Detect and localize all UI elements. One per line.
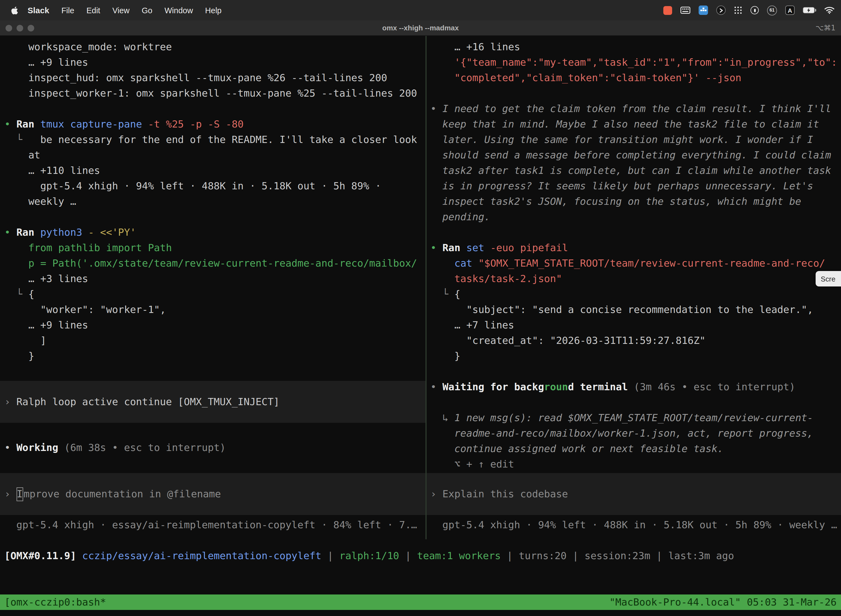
terminal-line: gpt-5.4 xhigh · essay/ai-reimplementatio… bbox=[4, 517, 425, 532]
terminal-line: inspect_worker-1: omx sparkshell --tmux-… bbox=[4, 85, 425, 101]
terminal-text-segment: Ran bbox=[16, 118, 40, 130]
terminal-text-segment: "$OMX_TEAM_STATE_ROOT/team/review-curren… bbox=[478, 257, 825, 269]
terminal-line: ↳ 1 new msg(s): read $OMX_TEAM_STATE_ROO… bbox=[431, 410, 841, 425]
terminal-text-segment: { bbox=[28, 288, 35, 300]
terminal-line: "created_at": "2026-03-31T11:59:27.816Z" bbox=[431, 333, 841, 348]
screen-recording-icon[interactable] bbox=[663, 6, 672, 15]
prompt-input-line[interactable]: › Ralph loop active continue [OMX_TMUX_I… bbox=[0, 381, 425, 423]
prompt-input-line[interactable]: › Explain this codebase bbox=[426, 473, 841, 515]
terminal-line: • Ran set -euo pipefail bbox=[431, 240, 841, 255]
terminal-line: ] bbox=[4, 333, 425, 348]
keyboard-icon[interactable] bbox=[680, 7, 690, 14]
terminal-text-segment: workspace_mode: worktree bbox=[4, 41, 172, 53]
apple-menu-icon[interactable] bbox=[11, 6, 18, 15]
tmux-status-bar: [omx-cczip0:bash* "MacBook-Pro-44.local"… bbox=[0, 594, 841, 610]
terminal-text-segment: python3 bbox=[40, 226, 88, 238]
terminal-text-segment: mprove documentation in @filename bbox=[23, 486, 221, 502]
close-button[interactable] bbox=[6, 25, 12, 31]
terminal-line: … +9 lines bbox=[4, 55, 425, 70]
menu-file[interactable]: File bbox=[55, 6, 80, 15]
battery-percent-icon[interactable]: 61 bbox=[767, 5, 777, 15]
docker-icon[interactable] bbox=[699, 6, 708, 15]
terminal-text-segment: › bbox=[4, 394, 16, 409]
terminal-text-segment: readme-and-reco/mailbox/worker-1.json, a… bbox=[431, 427, 813, 439]
terminal-text-segment: … +9 lines bbox=[4, 319, 88, 331]
terminal-line bbox=[431, 395, 841, 410]
terminal-text-segment: ] bbox=[4, 334, 46, 346]
terminal-line: is in progress? It seems likely but perh… bbox=[431, 178, 841, 194]
terminal-line: } bbox=[4, 348, 425, 364]
terminal-text-segment: tasks/task-2.json" bbox=[431, 273, 562, 284]
minimize-button[interactable] bbox=[16, 25, 23, 31]
terminal-line: later. Using the same for transition mig… bbox=[431, 132, 841, 147]
terminal-text-segment: from pathlib import Path bbox=[4, 242, 172, 253]
terminal-line: … +9 lines bbox=[4, 317, 425, 333]
terminal-text-segment: } bbox=[431, 350, 460, 362]
menu-edit[interactable]: Edit bbox=[80, 6, 106, 15]
terminal-text-segment: | bbox=[501, 550, 519, 561]
terminal-line: gpt-5.4 xhigh · 94% left · 488K in · 5.1… bbox=[431, 517, 841, 532]
terminal-line: keep that in mind. Maybe I also need the… bbox=[431, 116, 841, 132]
terminal-line: tasks/task-2.json" bbox=[431, 271, 841, 286]
terminal-text-segment: | bbox=[567, 550, 585, 561]
menu-window[interactable]: Window bbox=[158, 6, 199, 15]
input-source-icon[interactable]: A bbox=[785, 6, 795, 15]
terminal-app-icon[interactable] bbox=[716, 6, 726, 15]
terminal-text-segment: { bbox=[454, 288, 460, 300]
terminal-line: • Waiting for background terminal (3m 46… bbox=[431, 379, 841, 395]
terminal-text-segment: I bbox=[16, 487, 23, 501]
terminal-line: ⌥ + ↑ edit bbox=[431, 456, 841, 472]
terminal-text-segment: "created_at": "2026-03-31T11:59:27.816Z" bbox=[431, 334, 706, 346]
terminal-text-segment bbox=[431, 257, 454, 269]
terminal-text-segment: pending. bbox=[431, 211, 490, 223]
terminal-text-segment: [OMX#0.11.9] bbox=[4, 550, 82, 561]
terminal-text-segment: be necessary for the end of the README. … bbox=[40, 133, 417, 145]
window-title-bar[interactable]: omx --xhigh --madmax ⌥⌘1 bbox=[0, 21, 841, 36]
terminal-text-segment: … +3 lines bbox=[4, 273, 88, 284]
prompt-input-line[interactable]: › Improve documentation in @filename bbox=[0, 473, 425, 515]
terminal-text-segment: Working bbox=[16, 441, 64, 453]
app-grid-icon[interactable] bbox=[734, 6, 742, 14]
terminal-text-segment: … +7 lines bbox=[431, 319, 514, 331]
right-terminal-pane[interactable]: … +16 lines '{"team_name":"my-team","tas… bbox=[425, 36, 841, 539]
terminal-line: … +110 lines bbox=[4, 163, 425, 178]
terminal-text-segment: Ran bbox=[16, 226, 40, 238]
menu-go[interactable]: Go bbox=[136, 6, 159, 15]
password-manager-icon[interactable] bbox=[750, 6, 759, 14]
terminal-line: readme-and-reco/mailbox/worker-1.json, a… bbox=[431, 425, 841, 441]
terminal-line: • Ran tmux capture-pane -t %25 -p -S -80 bbox=[4, 116, 425, 132]
tmux-host-clock: "MacBook-Pro-44.local" 05:03 31-Mar-26 bbox=[609, 594, 837, 610]
terminal-text-segment: inspect_worker-1: omx sparkshell --tmux-… bbox=[4, 87, 417, 99]
terminal-line: gpt-5.4 xhigh · 94% left · 488K in · 5.1… bbox=[4, 178, 425, 194]
terminal-text-segment: team:1 workers bbox=[417, 550, 501, 561]
terminal-text-segment: later. Using the same for transition mig… bbox=[431, 133, 813, 145]
terminal-line: └ be necessary for the end of the README… bbox=[4, 132, 425, 147]
menu-view[interactable]: View bbox=[106, 6, 135, 15]
terminal-text-segment: ralph:1/10 bbox=[339, 550, 399, 561]
left-terminal-pane[interactable]: workspace_mode: worktree … +9 lines insp… bbox=[0, 36, 425, 539]
active-app-menu[interactable]: Slack bbox=[22, 6, 55, 15]
terminal-line: "worker": "worker-1", bbox=[4, 302, 425, 317]
battery-charging-icon[interactable] bbox=[803, 7, 816, 13]
wifi-icon[interactable] bbox=[825, 7, 834, 14]
terminal-line: inspect task2's JSON, focusing on the st… bbox=[431, 194, 841, 209]
terminal-text-segment: | bbox=[399, 550, 417, 561]
terminal-text-segment: task2 after task1 is complete, but can I… bbox=[431, 164, 831, 176]
terminal-text-segment: inspect task2's JSON, focusing on the st… bbox=[431, 195, 801, 207]
terminal-text-segment: keep that in mind. Maybe I also need the… bbox=[431, 118, 819, 130]
terminal-text-segment: (6m 38s • esc to interrupt) bbox=[64, 441, 226, 453]
terminal-line: at bbox=[4, 147, 425, 163]
omx-status-line: [OMX#0.11.9] cczip/essay/ai-reimplementa… bbox=[0, 548, 841, 563]
terminal-line: cat "$OMX_TEAM_STATE_ROOT/team/review-cu… bbox=[431, 255, 841, 271]
zoom-button[interactable] bbox=[28, 25, 34, 31]
terminal-text-segment: '{"team_name":"my-team","task_id":"1","f… bbox=[431, 56, 837, 68]
terminal-line: } bbox=[431, 348, 841, 364]
terminal-text-segment: Explain this codebase bbox=[442, 486, 568, 502]
terminal-text-segment: Ralph loop active continue [OMX_TMUX_INJ… bbox=[16, 394, 280, 409]
terminal-text-segment: cat bbox=[454, 257, 478, 269]
terminal-line: pending. bbox=[431, 209, 841, 224]
terminal-line: "subject": "send a concise recommendatio… bbox=[431, 302, 841, 317]
menu-help[interactable]: Help bbox=[199, 6, 228, 15]
terminal-line: "completed","claim_token":"claim-token"}… bbox=[431, 70, 841, 85]
terminal-text-segment: … +9 lines bbox=[4, 56, 88, 68]
